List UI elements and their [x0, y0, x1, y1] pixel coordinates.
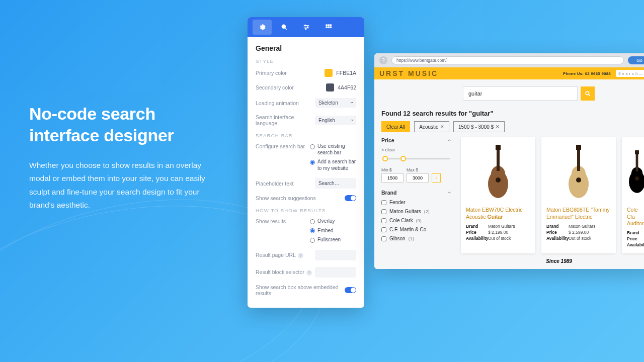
secondary-color-swatch[interactable]: [326, 83, 334, 92]
facet-brand-heading[interactable]: Brand: [381, 190, 452, 196]
svg-rect-20: [496, 145, 501, 150]
how-to-show-heading: HOW TO SHOW RESULTS: [256, 208, 356, 213]
svg-point-18: [496, 177, 501, 183]
price-apply-button[interactable]: [432, 173, 441, 183]
primary-color-label: Primary color: [256, 70, 325, 76]
min-input[interactable]: 1500: [381, 173, 404, 183]
svg-point-0: [282, 25, 285, 28]
min-label: Min $: [381, 167, 404, 172]
search-input[interactable]: guitar: [463, 86, 578, 101]
product-card[interactable]: Cole ClaAuditoriuBrandPriceAvailability: [622, 137, 644, 253]
hero-body: Whether you choose to show results in an…: [29, 159, 220, 212]
radio-overlay-label: Overlay: [317, 218, 335, 225]
chip-acoustic[interactable]: Acoustic✕: [414, 121, 449, 132]
tab-search[interactable]: [275, 20, 294, 35]
svg-point-7: [305, 28, 306, 29]
designer-tabs: [248, 17, 364, 37]
primary-color-value: FFBE1A: [336, 70, 356, 76]
tab-general[interactable]: [253, 20, 272, 35]
close-icon[interactable]: ✕: [496, 124, 500, 129]
price-clear[interactable]: × clear: [381, 147, 452, 152]
loading-label: Loading animation: [256, 100, 315, 106]
svg-rect-10: [330, 25, 332, 26]
lang-select[interactable]: English: [315, 116, 356, 125]
facet-price-heading[interactable]: Price: [381, 137, 452, 143]
primary-color-swatch[interactable]: [325, 69, 333, 77]
radio-use-existing-label: Use existing search bar: [317, 143, 356, 156]
product-card[interactable]: Maton EBG808TE "Tommy Emmanuel" Electric…: [541, 137, 616, 253]
results-count-text: Found 12 search results for "guitar": [381, 110, 644, 117]
placeholder-label: Placeholder text: [256, 180, 315, 187]
header-search[interactable]: Search…: [616, 70, 644, 77]
svg-rect-11: [326, 27, 328, 28]
radio-overlay[interactable]: Overlay: [310, 218, 356, 225]
since-text: Since 1989: [462, 253, 644, 269]
svg-point-28: [635, 176, 639, 180]
result-selector-input[interactable]: [315, 267, 356, 278]
tab-layout[interactable]: [319, 20, 338, 35]
suggestions-label: Show search suggestions: [256, 195, 345, 201]
placeholder-input[interactable]: [315, 178, 356, 189]
result-url-input[interactable]: [315, 250, 356, 260]
slider-thumb-min[interactable]: [382, 156, 388, 161]
search-button[interactable]: [581, 86, 595, 101]
brand-item[interactable]: Gibson (1): [381, 236, 452, 241]
close-icon[interactable]: ✕: [440, 124, 444, 129]
brand-item[interactable]: Fender: [381, 200, 452, 205]
chip-clear-all[interactable]: Clear All: [381, 121, 410, 132]
lang-label: Search interface language: [256, 114, 315, 126]
price-slider[interactable]: [381, 154, 452, 163]
svg-rect-8: [326, 25, 328, 26]
brand-item[interactable]: C.F. Martin & Co.: [381, 227, 452, 232]
radio-add-search-label: Add a search bar to my website: [317, 159, 356, 171]
svg-point-14: [586, 92, 589, 95]
max-label: Max $: [407, 167, 429, 172]
browser-preview: ? https://www.bentgate.com/ Go URST MUSI…: [374, 53, 644, 269]
config-label: Configure search bar: [256, 143, 310, 149]
radio-fullscreen[interactable]: Fullscreen: [310, 237, 356, 243]
product-card[interactable]: Maton EBW70C Electric Acoustic GuitarBra…: [461, 137, 535, 253]
url-field[interactable]: https://www.bentgate.com/: [391, 56, 624, 64]
brand-item[interactable]: Maton Guitars (2): [381, 209, 452, 214]
suggestions-toggle[interactable]: [345, 195, 356, 201]
style-heading: STYLE: [256, 58, 356, 64]
secondary-color-value: 4A4F62: [338, 84, 356, 90]
help-icon[interactable]: ?: [306, 270, 312, 276]
chip-label: Acoustic: [419, 124, 438, 130]
show-results-label: Show results: [256, 218, 310, 224]
result-url-label: Result page URL?: [256, 252, 315, 258]
svg-rect-9: [328, 25, 330, 26]
svg-point-23: [576, 177, 581, 183]
show-above-label: Show search box above embedded results: [256, 284, 345, 296]
site-logo: URST MUSIC: [379, 69, 438, 77]
chip-label: 1500 $ - 3000 $: [458, 124, 494, 130]
radio-add-search[interactable]: Add a search bar to my website: [310, 159, 356, 171]
result-selector-label: Result block selector?: [256, 269, 315, 276]
search-bar-heading: SEARCH BAR: [256, 133, 356, 138]
loading-select[interactable]: Skeleton: [315, 98, 356, 108]
svg-point-6: [307, 27, 308, 28]
secondary-color-label: Secondary color: [256, 84, 326, 90]
go-button[interactable]: Go: [628, 56, 644, 64]
radio-use-existing[interactable]: Use existing search bar: [310, 143, 356, 156]
hero-title: No-code search interface designer: [29, 103, 220, 146]
max-input[interactable]: 3000: [407, 173, 429, 183]
site-header: URST MUSIC Phone Us: 02 9665 9088 Search…: [374, 67, 644, 79]
designer-panel: General STYLE Primary color FFBE1A Secon…: [248, 17, 364, 308]
radio-embed-label: Embed: [317, 228, 334, 234]
show-above-toggle[interactable]: [345, 287, 356, 293]
svg-rect-25: [576, 145, 581, 150]
chip-price-range[interactable]: 1500 $ - 3000 $✕: [453, 121, 505, 132]
svg-line-1: [285, 28, 287, 30]
tab-filters[interactable]: [297, 20, 316, 35]
help-icon[interactable]: ?: [298, 253, 303, 258]
svg-rect-30: [635, 150, 639, 154]
section-general-title: General: [256, 44, 356, 52]
brand-item[interactable]: Cole Clark (9): [381, 218, 452, 223]
radio-fullscreen-label: Fullscreen: [317, 237, 341, 243]
slider-thumb-max[interactable]: [400, 156, 406, 161]
browser-help-icon[interactable]: ?: [379, 56, 387, 64]
svg-rect-13: [330, 27, 332, 28]
facet-heading-label: Brand: [381, 190, 396, 196]
radio-embed[interactable]: Embed: [310, 228, 356, 234]
